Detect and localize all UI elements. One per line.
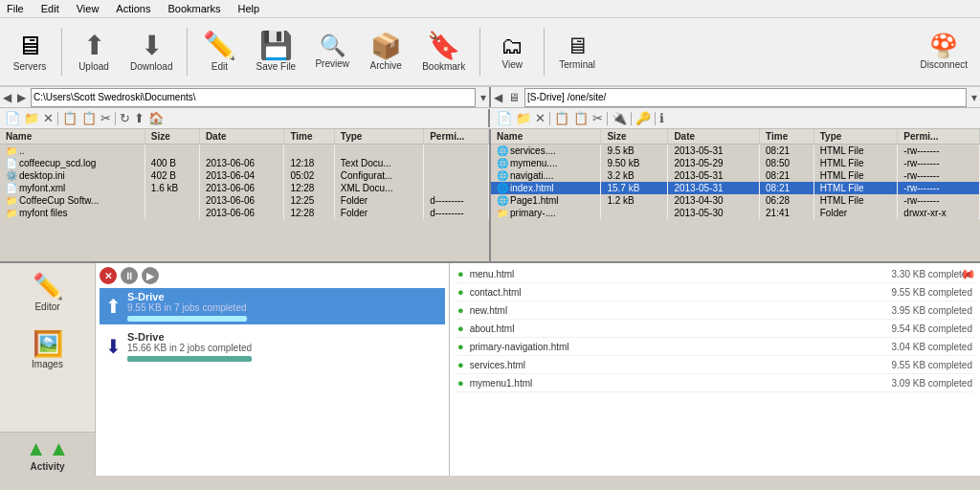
view-button[interactable]: 🗂 View (488, 31, 536, 74)
left-col-time[interactable]: Time (284, 129, 334, 145)
left-row-type: Folder (334, 194, 423, 207)
bookmark-button[interactable]: 🔖 Bookmark (415, 29, 472, 76)
right-toolbar-folder-icon[interactable]: 📁 (515, 111, 532, 125)
menu-file[interactable]: File (4, 2, 27, 15)
left-address-input[interactable] (31, 88, 476, 107)
right-file-row[interactable]: 🌐mymenu.... 9.50 kB 2013-05-29 08:50 HTM… (491, 157, 980, 169)
ftl-size: 3.04 KB completed (892, 342, 973, 352)
disconnect-button[interactable]: 🍄 Disconnect (914, 31, 974, 74)
right-col-perms[interactable]: Permi... (898, 129, 980, 145)
left-toolbar-new-icon[interactable]: 📄 (4, 111, 21, 125)
file-transfer-list-item[interactable]: ● primary-navigation.html 3.04 KB comple… (456, 338, 974, 356)
servers-button[interactable]: 🖥 Servers (6, 29, 54, 76)
right-file-row[interactable]: 🌐Page1.html 1.2 kB 2013-04-30 06:28 HTML… (491, 194, 980, 207)
menu-actions[interactable]: Actions (113, 2, 153, 15)
stop-button[interactable]: ✕ (100, 267, 117, 284)
right-col-type[interactable]: Type (813, 129, 898, 145)
right-address-input[interactable] (524, 88, 967, 107)
right-row-perms: -rw------- (898, 169, 980, 182)
right-toolbar-copy-icon[interactable]: 📋 (553, 111, 570, 125)
left-file-row[interactable]: 📄myfont.xml 1.6 kB 2013-06-06 12:28 XML … (0, 182, 489, 194)
archive-icon: 📦 (370, 33, 401, 58)
menu-bookmarks[interactable]: Bookmarks (165, 2, 223, 15)
left-row-perms (424, 182, 489, 194)
icon-toolbar-left: 📄 📁 ✕ 📋 📋 ✂ ↻ ⬆ 🏠 (4, 109, 490, 127)
pause-button[interactable]: ⏸ (121, 267, 138, 284)
preview-button[interactable]: 🔍 Preview (308, 32, 356, 73)
right-file-row[interactable]: 📁primary-.... 2013-05-30 21:41 Folder dr… (491, 207, 980, 219)
file-transfer-list-item[interactable]: ● new.html 3.95 KB completed (456, 301, 974, 320)
right-toolbar-cut-icon[interactable]: ✂ (591, 111, 604, 125)
save-file-button[interactable]: 💾 Save File (249, 29, 302, 76)
terminal-button[interactable]: 🖥 Terminal (552, 31, 602, 74)
edit-button[interactable]: ✏️ Edit (195, 29, 243, 76)
left-toolbar-up-icon[interactable]: ⬆ (133, 111, 145, 125)
file-panels: Name Size Date Time Type Permi... 📁.. 📄c… (0, 129, 980, 263)
left-file-row[interactable]: ⚙️desktop.ini 402 B 2013-06-04 05:02 Con… (0, 169, 489, 182)
editor-icon: ✏️ (33, 272, 63, 301)
ftl-status-icon: ● (457, 268, 464, 279)
play-button[interactable]: ▶ (142, 267, 159, 284)
file-transfer-list-item[interactable]: ● mymenu1.html 3.09 KB completed (456, 374, 974, 392)
menu-help[interactable]: Help (234, 2, 262, 15)
images-label: Images (32, 359, 63, 369)
left-file-row[interactable]: 📁myfont files 2013-06-06 12:28 Folder d-… (0, 207, 489, 219)
left-file-row[interactable]: 📄coffeecup_scd.log 400 B 2013-06-06 12:1… (0, 157, 489, 169)
archive-button[interactable]: 📦 Archive (362, 30, 410, 75)
download-button[interactable]: ⬇ Download (123, 29, 179, 76)
right-col-time[interactable]: Time (760, 129, 814, 145)
left-toolbar-paste-icon[interactable]: 📋 (80, 111, 98, 125)
ftl-status-icon: ● (457, 341, 464, 352)
left-col-size[interactable]: Size (145, 129, 199, 145)
transfer-item[interactable]: ⬇ S-Drive 15.66 KB in 2 jobs completed (100, 328, 445, 365)
upload-button[interactable]: ⬆ Upload (70, 29, 118, 76)
left-row-size: 400 B (145, 157, 199, 169)
left-toolbar-copy-icon[interactable]: 📋 (61, 111, 78, 125)
left-toolbar-delete-icon[interactable]: ✕ (42, 111, 55, 125)
left-file-row[interactable]: 📁.. (0, 145, 489, 158)
edit-icon: ✏️ (203, 33, 236, 59)
right-address-dropdown-icon[interactable]: ▾ (969, 91, 980, 104)
right-toolbar-key-icon[interactable]: 🔑 (635, 111, 652, 125)
sidebar-item-images[interactable]: 🖼️ Images (6, 324, 90, 374)
left-toolbar-refresh-icon[interactable]: ↻ (119, 111, 131, 125)
sidebar-item-editor[interactable]: ✏️ Editor (6, 267, 90, 317)
left-col-name[interactable]: Name (0, 129, 145, 145)
left-toolbar-cut-icon[interactable]: ✂ (100, 111, 112, 125)
file-transfer-list-item[interactable]: ● contact.html 9.55 KB completed (456, 283, 974, 301)
left-address-dropdown-icon[interactable]: ▾ (478, 91, 489, 104)
left-toolbar-home-icon[interactable]: 🏠 (147, 111, 165, 125)
left-col-perms[interactable]: Permi... (424, 129, 489, 145)
menu-edit[interactable]: Edit (38, 2, 62, 15)
right-toolbar-new-icon[interactable]: 📄 (496, 111, 513, 125)
left-toolbar-folder-icon[interactable]: 📁 (23, 111, 40, 125)
right-file-row[interactable]: 🌐navigati.... 3.2 kB 2013-05-31 08:21 HT… (491, 169, 980, 182)
right-file-row[interactable]: 🌐services.... 9.5 kB 2013-05-31 08:21 HT… (491, 145, 980, 158)
left-col-date[interactable]: Date (199, 129, 284, 145)
download-icon: ⬇ (141, 33, 163, 59)
file-transfer-list[interactable]: ● menu.html 3.30 KB completed ● contact.… (450, 263, 980, 394)
right-col-name[interactable]: Name (491, 129, 601, 145)
left-file-row[interactable]: 📁CoffeeCup Softw... 2013-06-06 12:25 Fol… (0, 194, 489, 207)
sidebar-item-activity[interactable]: ▲ ▲ Activity (0, 432, 95, 476)
transfer-items-container: ⬆ S-Drive 9.55 KB in 7 jobs completed ⬇ … (100, 288, 445, 365)
right-toolbar-paste-icon[interactable]: 📋 (572, 111, 590, 125)
transfer-item[interactable]: ⬆ S-Drive 9.55 KB in 7 jobs completed (100, 288, 445, 324)
save-icon: 💾 (259, 33, 293, 59)
left-file-scroll[interactable]: Name Size Date Time Type Permi... 📁.. 📄c… (0, 129, 489, 261)
right-toolbar-connect-icon[interactable]: 🔌 (611, 111, 628, 125)
right-row-date: 2013-04-30 (668, 194, 760, 207)
file-transfer-list-item[interactable]: ● menu.html 3.30 KB completed (456, 265, 974, 283)
right-toolbar-info-icon[interactable]: ℹ (658, 111, 665, 125)
menu-view[interactable]: View (74, 2, 102, 15)
left-row-type: Configurat... (334, 169, 423, 182)
right-file-row[interactable]: 🌐index.html 15.7 kB 2013-05-31 08:21 HTM… (491, 182, 980, 194)
right-toolbar-delete-icon[interactable]: ✕ (534, 111, 546, 125)
left-col-type[interactable]: Type (334, 129, 423, 145)
file-transfer-list-item[interactable]: ● services.html 9.55 KB completed (456, 356, 974, 374)
file-transfer-list-item[interactable]: ● about.html 9.54 KB completed (456, 320, 974, 338)
right-col-size[interactable]: Size (601, 129, 668, 145)
right-col-date[interactable]: Date (668, 129, 760, 145)
right-file-panel: Name Size Date Time Type Permi... 🌐servi… (491, 129, 980, 261)
right-file-scroll[interactable]: Name Size Date Time Type Permi... 🌐servi… (491, 129, 980, 261)
